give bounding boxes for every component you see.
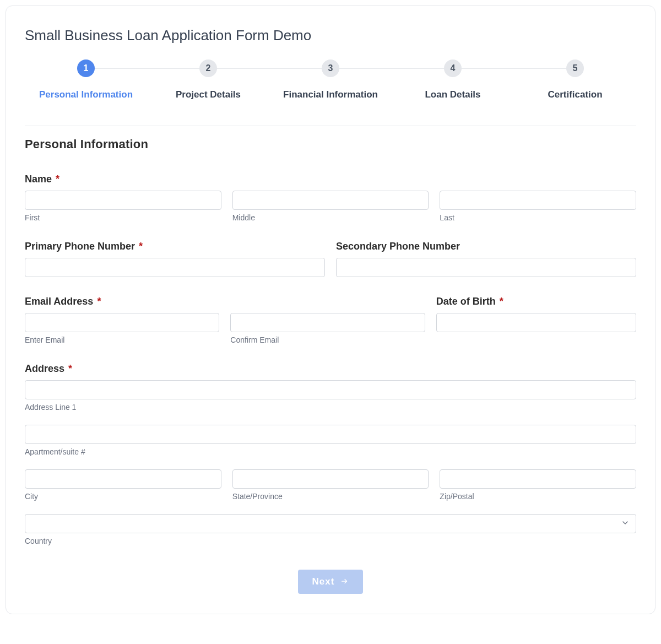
label-text: Address: [25, 363, 64, 374]
next-button[interactable]: Next: [298, 570, 364, 594]
sublabel-confirm-email: Confirm Email: [230, 335, 425, 344]
step-badge: 3: [322, 59, 339, 77]
step-project-details[interactable]: 2 Project Details: [147, 59, 269, 100]
field-group-phones: Primary Phone Number * Secondary Phone N…: [25, 241, 636, 277]
dob-input[interactable]: [436, 313, 636, 332]
arrow-right-icon: [340, 577, 349, 586]
required-marker: *: [56, 174, 59, 185]
field-group-email-dob: Email Address * Enter Email Confirm Emai…: [25, 296, 636, 344]
sublabel-first: First: [25, 213, 221, 222]
step-badge: 2: [199, 59, 217, 77]
sublabel-zip: Zip/Postal: [440, 492, 636, 501]
required-marker: *: [97, 296, 101, 307]
primary-phone-label: Primary Phone Number *: [25, 241, 325, 252]
step-financial-information[interactable]: 3 Financial Information: [269, 59, 392, 100]
required-marker: *: [500, 296, 503, 307]
next-button-label: Next: [312, 576, 335, 587]
sublabel-address-line2: Apartment/suite #: [25, 447, 636, 456]
step-badge: 1: [77, 59, 95, 77]
address-line1-input[interactable]: [25, 380, 636, 399]
step-label: Personal Information: [39, 89, 133, 100]
sublabel-state: State/Province: [232, 492, 429, 501]
email-label: Email Address *: [25, 296, 425, 307]
label-text: Date of Birth: [436, 296, 496, 307]
sublabel-country: Country: [25, 537, 636, 545]
required-marker: *: [139, 241, 143, 252]
step-connector: [95, 68, 199, 69]
secondary-phone-input[interactable]: [336, 258, 636, 277]
address-label: Address *: [25, 363, 636, 375]
country-select[interactable]: [25, 514, 636, 533]
footer-actions: Next: [25, 570, 636, 594]
step-label: Certification: [548, 89, 602, 100]
sublabel-enter-email: Enter Email: [25, 335, 219, 344]
step-label: Loan Details: [425, 89, 480, 100]
first-name-input[interactable]: [25, 191, 221, 210]
step-connector: [339, 68, 444, 69]
zip-input[interactable]: [440, 469, 636, 489]
middle-name-input[interactable]: [232, 191, 429, 210]
label-text: Secondary Phone Number: [336, 241, 460, 252]
step-loan-details[interactable]: 4 Loan Details: [392, 59, 514, 100]
step-badge: 4: [444, 59, 462, 77]
step-badge: 5: [566, 59, 584, 77]
field-group-address: Address * Address Line 1 Apartment/suite…: [25, 363, 636, 545]
sublabel-middle: Middle: [232, 213, 429, 222]
divider: [25, 126, 636, 126]
label-text: Primary Phone Number: [25, 241, 135, 252]
label-text: Email Address: [25, 296, 93, 307]
address-line2-input[interactable]: [25, 425, 636, 444]
section-title: Personal Information: [25, 137, 636, 151]
sublabel-address-line1: Address Line 1: [25, 403, 636, 412]
city-input[interactable]: [25, 469, 221, 489]
form-card: Small Business Loan Application Form Dem…: [6, 6, 655, 614]
required-marker: *: [68, 363, 72, 374]
sublabel-last: Last: [440, 213, 636, 222]
step-connector: [462, 68, 566, 69]
secondary-phone-label: Secondary Phone Number: [336, 241, 636, 252]
step-label: Project Details: [176, 89, 241, 100]
stepper: 1 Personal Information 2 Project Details…: [25, 59, 636, 100]
field-group-name: Name * First Middle Last: [25, 174, 636, 222]
email-input[interactable]: [25, 313, 219, 332]
primary-phone-input[interactable]: [25, 258, 325, 277]
last-name-input[interactable]: [440, 191, 636, 210]
label-text: Name: [25, 174, 52, 185]
step-personal-information[interactable]: 1 Personal Information: [25, 59, 147, 100]
form-title: Small Business Loan Application Form Dem…: [25, 27, 636, 44]
dob-label: Date of Birth *: [436, 296, 636, 307]
step-label: Financial Information: [283, 89, 378, 100]
name-label: Name *: [25, 174, 636, 185]
sublabel-city: City: [25, 492, 221, 501]
confirm-email-input[interactable]: [230, 313, 425, 332]
step-certification[interactable]: 5 Certification: [514, 59, 636, 100]
state-input[interactable]: [232, 469, 429, 489]
step-connector: [217, 68, 322, 69]
